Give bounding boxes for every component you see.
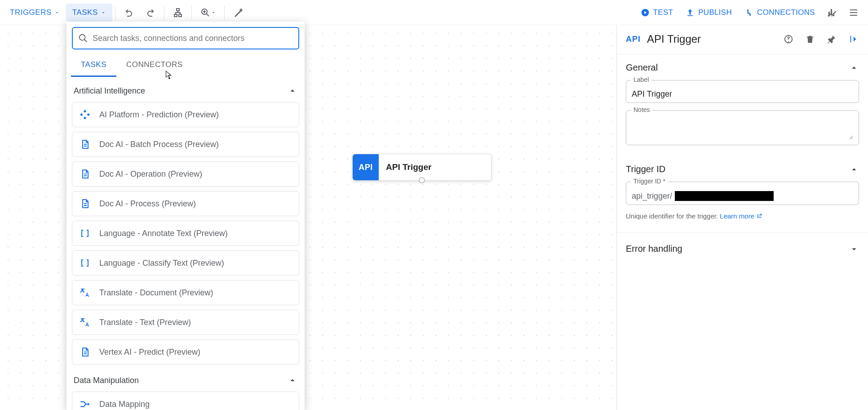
- menu-icon: [848, 7, 859, 18]
- help-button[interactable]: [781, 31, 796, 47]
- field-label: Notes: [631, 106, 653, 113]
- connections-button[interactable]: CONNECTIONS: [738, 4, 821, 22]
- notes-input[interactable]: [632, 120, 853, 139]
- trigger-id-redacted: [675, 191, 774, 201]
- zoom-icon: [200, 7, 211, 18]
- translate-icon: [79, 316, 91, 329]
- tasks-dropdown[interactable]: TASKS: [66, 4, 112, 22]
- trigger-id-helper: Unique identifier for the trigger. Learn…: [626, 212, 859, 220]
- panel-tabs: TASKS CONNECTORS: [66, 55, 305, 77]
- stats-button[interactable]: [821, 4, 843, 22]
- section-title: General: [626, 62, 658, 73]
- notes-field[interactable]: Notes: [626, 110, 859, 145]
- task-label: Doc AI - Process (Preview): [99, 199, 196, 209]
- undo-button[interactable]: [118, 4, 140, 22]
- task-language-classify[interactable]: Language - Classify Text (Preview): [72, 250, 299, 276]
- task-label: Language - Classify Text (Preview): [99, 258, 224, 268]
- node-output-port[interactable]: [419, 177, 425, 183]
- separator: [164, 6, 164, 19]
- label-input[interactable]: [632, 89, 853, 99]
- search-input[interactable]: [93, 34, 293, 43]
- section-title: Error handling: [626, 244, 682, 254]
- api-trigger-node[interactable]: API API Trigger: [352, 154, 492, 181]
- chevron-up-icon: [288, 86, 297, 96]
- label-field[interactable]: Label: [626, 80, 859, 103]
- separator: [224, 6, 225, 19]
- separator: [191, 6, 192, 19]
- help-icon: [784, 34, 793, 44]
- section-header-error-handling[interactable]: Error handling: [626, 244, 859, 254]
- section-trigger-id: Trigger ID Trigger ID * api_trigger/ Uni…: [617, 156, 868, 223]
- publish-icon: [686, 8, 695, 17]
- tab-tasks[interactable]: TASKS: [71, 55, 116, 77]
- chevron-up-icon: [849, 63, 859, 73]
- layout-button[interactable]: [167, 4, 189, 22]
- task-docai-operation[interactable]: Doc AI - Operation (Preview): [72, 161, 299, 187]
- node-badge: API: [353, 154, 379, 180]
- pin-button[interactable]: [824, 31, 839, 47]
- node-title: API Trigger: [379, 162, 431, 172]
- menu-button[interactable]: [843, 4, 864, 22]
- group-title: Artificial Intelligence: [74, 86, 145, 96]
- brackets-icon: [79, 227, 91, 240]
- task-language-annotate[interactable]: Language - Annotate Text (Preview): [72, 221, 299, 246]
- zoom-button[interactable]: [195, 4, 221, 22]
- task-data-mapping[interactable]: Data Mapping: [72, 392, 299, 410]
- section-general: General Label Notes: [617, 54, 868, 156]
- tab-connectors[interactable]: CONNECTORS: [116, 55, 193, 77]
- external-link-icon: [756, 213, 762, 219]
- connections-label: CONNECTIONS: [757, 8, 815, 17]
- panel-scroll[interactable]: Artificial Intelligence AI Platform - Pr…: [66, 77, 305, 410]
- trigger-id-field[interactable]: Trigger ID * api_trigger/: [626, 182, 859, 205]
- separator: [115, 6, 115, 19]
- publish-button[interactable]: PUBLISH: [679, 4, 738, 22]
- section-error-handling: Error handling: [617, 232, 868, 265]
- learn-more-text: Learn more: [720, 212, 754, 220]
- magic-button[interactable]: [227, 4, 249, 22]
- learn-more-link[interactable]: Learn more: [720, 212, 762, 220]
- details-badge: API: [626, 35, 641, 44]
- chart-icon: [827, 7, 837, 18]
- triggers-label: TRIGGERS: [10, 8, 52, 17]
- chevron-down-icon: [849, 244, 859, 254]
- task-label: Language - Annotate Text (Preview): [99, 229, 228, 238]
- task-label: Data Mapping: [99, 400, 150, 409]
- test-button[interactable]: TEST: [634, 4, 680, 22]
- redo-icon: [145, 7, 156, 18]
- ai-icon: [79, 108, 91, 121]
- trigger-id-prefix: api_trigger/: [632, 192, 672, 201]
- task-vertex-predict[interactable]: Vertex AI - Predict (Preview): [72, 339, 299, 365]
- tasks-panel: TASKS CONNECTORS Artificial Intelligence…: [66, 22, 305, 410]
- collapse-button[interactable]: [846, 31, 861, 47]
- task-docai-process[interactable]: Doc AI - Process (Preview): [72, 191, 299, 216]
- task-ai-platform-prediction[interactable]: AI Platform - Prediction (Preview): [72, 102, 299, 127]
- section-header-general[interactable]: General: [626, 62, 859, 73]
- mapping-icon: [79, 398, 91, 410]
- section-header-trigger-id[interactable]: Trigger ID: [626, 164, 859, 174]
- task-translate-document[interactable]: Translate - Document (Preview): [72, 280, 299, 305]
- redo-button[interactable]: [140, 4, 161, 22]
- search-field[interactable]: [72, 27, 299, 49]
- task-label: Vertex AI - Predict (Preview): [99, 348, 200, 357]
- task-docai-batch[interactable]: Doc AI - Batch Process (Preview): [72, 132, 299, 157]
- document-icon: [79, 138, 91, 151]
- collapse-right-icon: [848, 34, 858, 44]
- document-icon: [79, 346, 91, 358]
- group-header-ai[interactable]: Artificial Intelligence: [72, 80, 299, 102]
- document-icon: [79, 168, 91, 180]
- test-label: TEST: [653, 8, 673, 17]
- task-translate-text[interactable]: Translate - Text (Preview): [72, 310, 299, 335]
- layout-icon: [173, 7, 183, 18]
- undo-icon: [124, 7, 134, 18]
- group-header-data-manipulation[interactable]: Data Manipulation: [72, 369, 299, 392]
- svg-point-2: [80, 35, 85, 40]
- task-label: Doc AI - Batch Process (Preview): [99, 140, 219, 149]
- document-icon: [79, 197, 91, 210]
- section-title: Trigger ID: [626, 164, 665, 174]
- delete-button[interactable]: [802, 31, 818, 47]
- trash-icon: [805, 34, 815, 44]
- triggers-dropdown[interactable]: TRIGGERS: [4, 4, 66, 22]
- chevron-down-icon: [101, 10, 106, 15]
- task-label: AI Platform - Prediction (Preview): [99, 110, 219, 120]
- field-label: Label: [631, 76, 651, 83]
